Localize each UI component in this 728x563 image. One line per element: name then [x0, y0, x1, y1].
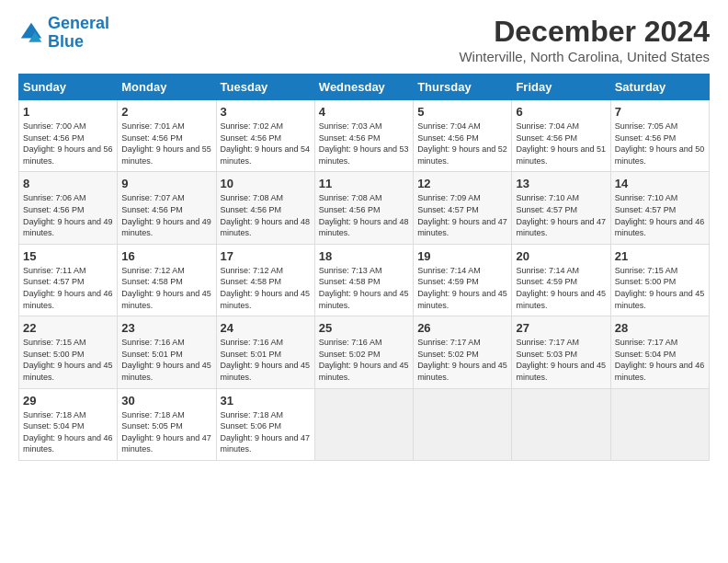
calendar-cell: 7 Sunrise: 7:05 AMSunset: 4:56 PMDayligh… [610, 100, 709, 172]
day-info: Sunrise: 7:09 AMSunset: 4:57 PMDaylight:… [417, 192, 507, 238]
day-info: Sunrise: 7:16 AMSunset: 5:01 PMDaylight:… [221, 337, 311, 383]
calendar-cell: 16 Sunrise: 7:12 AMSunset: 4:58 PMDaylig… [118, 244, 216, 316]
calendar-cell: 25 Sunrise: 7:16 AMSunset: 5:02 PMDaylig… [314, 316, 413, 388]
calendar-title: December 2024 [459, 15, 710, 49]
day-info: Sunrise: 7:06 AMSunset: 4:56 PMDaylight:… [23, 192, 113, 238]
calendar-cell: 12 Sunrise: 7:09 AMSunset: 4:57 PMDaylig… [414, 172, 512, 244]
calendar-cell: 2 Sunrise: 7:01 AMSunset: 4:56 PMDayligh… [118, 100, 216, 172]
calendar-cell: 27 Sunrise: 7:17 AMSunset: 5:03 PMDaylig… [512, 316, 610, 388]
calendar-cell: 23 Sunrise: 7:16 AMSunset: 5:01 PMDaylig… [118, 316, 216, 388]
day-info: Sunrise: 7:18 AMSunset: 5:06 PMDaylight:… [221, 409, 311, 455]
calendar-cell: 15 Sunrise: 7:11 AMSunset: 4:57 PMDaylig… [19, 244, 118, 316]
calendar-cell [414, 388, 512, 460]
weekday-header-tuesday: Tuesday [216, 75, 314, 100]
weekday-header-thursday: Thursday [414, 75, 512, 100]
day-info: Sunrise: 7:15 AMSunset: 5:00 PMDaylight:… [615, 265, 705, 311]
day-number: 10 [221, 177, 311, 190]
day-info: Sunrise: 7:18 AMSunset: 5:04 PMDaylight:… [23, 409, 113, 455]
calendar-cell: 22 Sunrise: 7:15 AMSunset: 5:00 PMDaylig… [19, 316, 118, 388]
day-info: Sunrise: 7:10 AMSunset: 4:57 PMDaylight:… [516, 192, 606, 238]
day-info: Sunrise: 7:02 AMSunset: 4:56 PMDaylight:… [221, 121, 311, 167]
calendar-cell: 4 Sunrise: 7:03 AMSunset: 4:56 PMDayligh… [314, 100, 413, 172]
weekday-header-saturday: Saturday [610, 75, 709, 100]
day-info: Sunrise: 7:08 AMSunset: 4:56 PMDaylight:… [319, 192, 409, 238]
calendar-subtitle: Winterville, North Carolina, United Stat… [459, 49, 710, 64]
logo-text: General Blue [48, 15, 109, 52]
calendar-cell: 11 Sunrise: 7:08 AMSunset: 4:56 PMDaylig… [314, 172, 413, 244]
weekday-header-friday: Friday [512, 75, 610, 100]
day-info: Sunrise: 7:14 AMSunset: 4:59 PMDaylight:… [417, 265, 507, 311]
day-info: Sunrise: 7:08 AMSunset: 4:56 PMDaylight:… [221, 192, 311, 238]
calendar-cell: 31 Sunrise: 7:18 AMSunset: 5:06 PMDaylig… [216, 388, 314, 460]
weekday-header-sunday: Sunday [19, 75, 118, 100]
day-number: 29 [23, 394, 113, 408]
day-info: Sunrise: 7:07 AMSunset: 4:56 PMDaylight:… [121, 192, 211, 238]
day-info: Sunrise: 7:01 AMSunset: 4:56 PMDaylight:… [121, 121, 211, 167]
day-number: 16 [121, 249, 211, 263]
day-number: 19 [417, 249, 507, 263]
calendar-table: SundayMondayTuesdayWednesdayThursdayFrid… [18, 74, 710, 461]
calendar-week-row: 1 Sunrise: 7:00 AMSunset: 4:56 PMDayligh… [19, 100, 710, 172]
calendar-cell [512, 388, 610, 460]
calendar-week-row: 8 Sunrise: 7:06 AMSunset: 4:56 PMDayligh… [19, 172, 710, 244]
calendar-cell: 28 Sunrise: 7:17 AMSunset: 5:04 PMDaylig… [610, 316, 709, 388]
day-number: 22 [23, 321, 113, 335]
day-number: 11 [319, 177, 409, 190]
day-number: 18 [319, 249, 409, 263]
day-info: Sunrise: 7:12 AMSunset: 4:58 PMDaylight:… [221, 265, 311, 311]
day-number: 25 [319, 321, 409, 335]
day-number: 17 [221, 249, 311, 263]
day-info: Sunrise: 7:15 AMSunset: 5:00 PMDaylight:… [23, 337, 113, 383]
calendar-cell: 8 Sunrise: 7:06 AMSunset: 4:56 PMDayligh… [19, 172, 118, 244]
day-number: 8 [23, 177, 113, 190]
day-number: 15 [23, 249, 113, 263]
calendar-cell: 18 Sunrise: 7:13 AMSunset: 4:58 PMDaylig… [314, 244, 413, 316]
day-number: 30 [121, 394, 211, 408]
day-number: 26 [417, 321, 507, 335]
day-info: Sunrise: 7:17 AMSunset: 5:02 PMDaylight:… [417, 337, 507, 383]
day-number: 4 [319, 105, 409, 119]
day-number: 12 [417, 177, 507, 190]
weekday-header-row: SundayMondayTuesdayWednesdayThursdayFrid… [19, 75, 710, 100]
day-number: 27 [516, 321, 606, 335]
day-number: 9 [121, 177, 211, 190]
day-number: 20 [516, 249, 606, 263]
day-info: Sunrise: 7:00 AMSunset: 4:56 PMDaylight:… [23, 121, 113, 167]
calendar-week-row: 15 Sunrise: 7:11 AMSunset: 4:57 PMDaylig… [19, 244, 710, 316]
calendar-cell: 6 Sunrise: 7:04 AMSunset: 4:56 PMDayligh… [512, 100, 610, 172]
calendar-cell: 24 Sunrise: 7:16 AMSunset: 5:01 PMDaylig… [216, 316, 314, 388]
weekday-header-monday: Monday [118, 75, 216, 100]
day-info: Sunrise: 7:03 AMSunset: 4:56 PMDaylight:… [319, 121, 409, 167]
calendar-cell [314, 388, 413, 460]
calendar-cell [610, 388, 709, 460]
calendar-cell: 19 Sunrise: 7:14 AMSunset: 4:59 PMDaylig… [414, 244, 512, 316]
day-info: Sunrise: 7:16 AMSunset: 5:01 PMDaylight:… [121, 337, 211, 383]
day-number: 1 [23, 105, 113, 119]
day-info: Sunrise: 7:16 AMSunset: 5:02 PMDaylight:… [319, 337, 409, 383]
calendar-week-row: 29 Sunrise: 7:18 AMSunset: 5:04 PMDaylig… [19, 388, 710, 460]
calendar-cell: 13 Sunrise: 7:10 AMSunset: 4:57 PMDaylig… [512, 172, 610, 244]
day-info: Sunrise: 7:18 AMSunset: 5:05 PMDaylight:… [121, 409, 211, 455]
day-info: Sunrise: 7:17 AMSunset: 5:03 PMDaylight:… [516, 337, 606, 383]
day-info: Sunrise: 7:14 AMSunset: 4:59 PMDaylight:… [516, 265, 606, 311]
logo: General Blue [18, 15, 109, 52]
calendar-cell: 14 Sunrise: 7:10 AMSunset: 4:57 PMDaylig… [610, 172, 709, 244]
svg-marker-0 [21, 23, 41, 39]
calendar-cell: 20 Sunrise: 7:14 AMSunset: 4:59 PMDaylig… [512, 244, 610, 316]
day-number: 28 [615, 321, 705, 335]
calendar-cell: 17 Sunrise: 7:12 AMSunset: 4:58 PMDaylig… [216, 244, 314, 316]
day-info: Sunrise: 7:11 AMSunset: 4:57 PMDaylight:… [23, 265, 113, 311]
day-number: 24 [221, 321, 311, 335]
day-number: 23 [121, 321, 211, 335]
day-info: Sunrise: 7:12 AMSunset: 4:58 PMDaylight:… [121, 265, 211, 311]
day-info: Sunrise: 7:05 AMSunset: 4:56 PMDaylight:… [615, 121, 705, 167]
day-number: 3 [221, 105, 311, 119]
calendar-cell: 9 Sunrise: 7:07 AMSunset: 4:56 PMDayligh… [118, 172, 216, 244]
day-number: 21 [615, 249, 705, 263]
calendar-cell: 30 Sunrise: 7:18 AMSunset: 5:05 PMDaylig… [118, 388, 216, 460]
day-info: Sunrise: 7:04 AMSunset: 4:56 PMDaylight:… [417, 121, 507, 167]
day-number: 6 [516, 105, 606, 119]
calendar-cell: 1 Sunrise: 7:00 AMSunset: 4:56 PMDayligh… [19, 100, 118, 172]
calendar-week-row: 22 Sunrise: 7:15 AMSunset: 5:00 PMDaylig… [19, 316, 710, 388]
calendar-cell: 5 Sunrise: 7:04 AMSunset: 4:56 PMDayligh… [414, 100, 512, 172]
